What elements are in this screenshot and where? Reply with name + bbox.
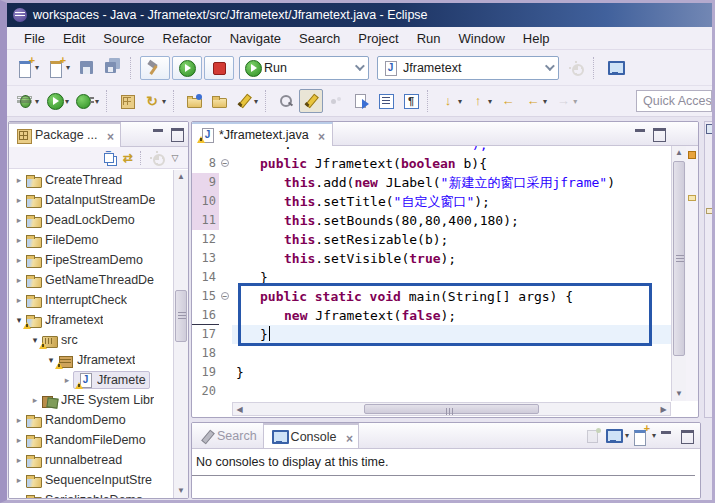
scrollbar-thumb[interactable] (364, 404, 539, 414)
code-text[interactable] (232, 344, 671, 363)
back-button[interactable]: ←▾ (521, 89, 550, 113)
code-text[interactable]: this.setBounds(80,80,400,180); (232, 211, 671, 230)
show-source-button[interactable] (374, 89, 398, 113)
code-line-11[interactable]: 11this.setBounds(80,80,400,180); (192, 211, 671, 230)
perspective-button[interactable] (603, 56, 627, 80)
code-text[interactable]: public static void main(String[] args) { (232, 287, 671, 306)
tree-item-fipestreamdemo[interactable]: ▸FipeStreamDemo (9, 250, 188, 270)
editor-horizontal-scrollbar[interactable]: ◀ ▶ (232, 402, 671, 416)
title-bar[interactable]: workspaces - Java - Jframetext/src/Jfram… (7, 3, 712, 27)
menu-refactor[interactable]: Refactor (154, 29, 221, 48)
code-text[interactable]: this.add(new JLabel("新建立的窗口采用jframe") (232, 173, 671, 192)
new-wizard-button[interactable]: ▾ (44, 56, 73, 80)
chevron-collapsed-icon[interactable]: ▸ (13, 295, 25, 305)
code-line-17[interactable]: 17} (192, 325, 671, 344)
tree-item-src[interactable]: ▾src (9, 330, 188, 350)
tree-item-interruptcheck[interactable]: ▸InterruptCheck (9, 290, 188, 310)
highlighter-button[interactable]: ▾ (232, 89, 261, 113)
chevron-collapsed-icon[interactable]: ▸ (61, 375, 73, 385)
fold-collapse-icon[interactable]: − (221, 159, 229, 167)
mark-occurrences-button[interactable] (299, 89, 323, 113)
code-line-14[interactable]: 14} (192, 268, 671, 287)
line-number[interactable]: 18 (192, 344, 219, 363)
tree-scrollbar[interactable]: ▲ ▼ (173, 170, 188, 498)
chevron-collapsed-icon[interactable]: ▸ (13, 195, 25, 205)
save-all-button[interactable] (101, 56, 125, 80)
scrollbar-thumb[interactable] (175, 290, 187, 342)
annotation-marker[interactable] (688, 195, 696, 201)
java-project-button[interactable] (115, 89, 139, 113)
tree-item-runnalbetread[interactable]: ▸runnalbetread (9, 450, 188, 470)
chevron-collapsed-icon[interactable]: ▸ (13, 455, 25, 465)
scroll-right-icon[interactable]: ▶ (657, 403, 670, 416)
close-icon[interactable]: × (102, 128, 114, 142)
menu-run[interactable]: Run (408, 29, 450, 48)
chevron-collapsed-icon[interactable]: ▸ (13, 215, 25, 225)
debug-button[interactable]: ▾ (13, 89, 42, 113)
quick-access-box[interactable]: Quick Access (636, 90, 712, 112)
code-text[interactable]: } (232, 363, 671, 382)
run-button[interactable]: ▾ (43, 89, 72, 113)
editor-vertical-scrollbar[interactable]: ▲ ▼ (671, 146, 686, 401)
code-line-20[interactable]: 20 (192, 382, 671, 401)
tree-item-jframetext[interactable]: ▾Jframetext (9, 350, 188, 370)
tree-item-serializabledemo[interactable]: ▸SerializableDemo (9, 490, 188, 498)
line-number[interactable]: 16 (192, 306, 219, 325)
tab-jframetext-java[interactable]: J *Jframetext.java × (192, 122, 333, 146)
menu-source[interactable]: Source (94, 29, 153, 48)
collapse-all-icon[interactable] (101, 149, 119, 167)
maximize-icon[interactable] (678, 427, 696, 445)
launch-config-combo[interactable]: J Jframetext (377, 56, 559, 80)
code-line-9[interactable]: 9this.add(new JLabel("新建立的窗口采用jframe") (192, 173, 671, 192)
scroll-up-icon[interactable]: ▲ (672, 146, 686, 160)
new-button[interactable]: ▾ (13, 56, 42, 80)
line-number[interactable]: 11 (192, 211, 219, 230)
occurrence-marker[interactable] (688, 151, 696, 159)
code-text[interactable]: this.setResizable(b); (232, 230, 671, 249)
small-gray-button[interactable] (324, 89, 348, 113)
code-line-13[interactable]: 13this.setVisible(true); (192, 249, 671, 268)
tree-item-randomfiledemo[interactable]: ▸RandomFileDemo (9, 430, 188, 450)
line-number[interactable]: 10 (192, 192, 219, 211)
line-number[interactable]: 14 (192, 268, 219, 287)
minimize-icon[interactable] (658, 427, 676, 445)
tab-console[interactable]: Console × (264, 423, 360, 448)
menu-file[interactable]: File (15, 29, 54, 48)
chevron-collapsed-icon[interactable]: ▸ (13, 495, 25, 498)
line-number[interactable]: 9 (192, 173, 219, 192)
code-line-8[interactable]: 8−public Jframetext(boolean b){ (192, 154, 671, 173)
filters-icon[interactable] (148, 149, 166, 167)
line-number[interactable]: 19 (192, 363, 219, 382)
display-console-icon[interactable] (604, 427, 622, 445)
view-menu-icon[interactable]: ▽ (166, 149, 184, 167)
line-number[interactable]: 20 (192, 382, 219, 401)
menu-help[interactable]: Help (514, 29, 559, 48)
tree-item-jframetext[interactable]: ▾Jframetext (9, 310, 188, 330)
menu-search[interactable]: Search (290, 29, 349, 48)
coverage-button[interactable]: ▾ (73, 89, 102, 113)
pin-console-icon[interactable] (584, 427, 602, 445)
scrollbar-thumb[interactable] (673, 161, 685, 356)
menu-navigate[interactable]: Navigate (221, 29, 290, 48)
next-annotation-button[interactable]: ↓▾ (436, 89, 465, 113)
code-text[interactable]: } (232, 268, 671, 287)
tree-item-datainputstreamde[interactable]: ▸DataInputStreamDe (9, 190, 188, 210)
code-line-18[interactable]: 18 (192, 344, 671, 363)
run-application-button[interactable] (172, 56, 202, 80)
line-number[interactable]: 13 (192, 249, 219, 268)
code-line-15[interactable]: 15−public static void main(String[] args… (192, 287, 671, 306)
code-editor[interactable]: . ");8−public Jframetext(boolean b){9thi… (192, 146, 671, 401)
chevron-collapsed-icon[interactable]: ▸ (13, 435, 25, 445)
scroll-down-icon[interactable]: ▼ (174, 484, 188, 498)
minimize-icon[interactable] (632, 125, 650, 143)
save-button[interactable] (75, 56, 99, 80)
tab-search[interactable]: Search (192, 423, 264, 448)
whitespace-button[interactable]: ¶ (399, 89, 423, 113)
code-text[interactable]: } (232, 325, 671, 344)
menu-project[interactable]: Project (349, 29, 407, 48)
chevron-collapsed-icon[interactable]: ▸ (13, 415, 25, 425)
open-console-icon[interactable] (631, 427, 649, 445)
refresh-button[interactable]: ↻▾ (140, 89, 169, 113)
line-number[interactable]: 12 (192, 230, 219, 249)
tree-item-jre-system-libr[interactable]: ▸JRE System Libr (9, 390, 188, 410)
